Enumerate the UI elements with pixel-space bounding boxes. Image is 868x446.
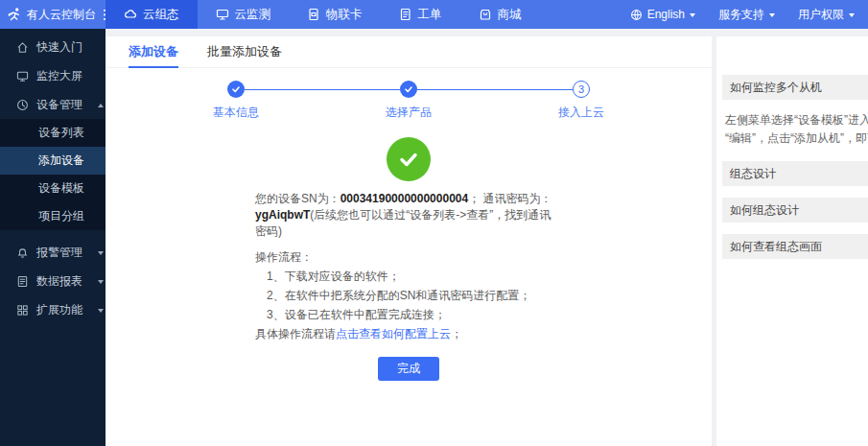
tab-label: 添加设备 (129, 43, 178, 60)
sidebar-item-monitor-screen[interactable]: 监控大屏 (0, 61, 106, 90)
language-label: English (647, 8, 685, 21)
help-item-scada-design[interactable]: 组态设计 (722, 161, 868, 186)
chevron-down-icon (98, 251, 104, 255)
config-guide-link[interactable]: 点击查看如何配置上云 (336, 327, 451, 340)
help-item-how-scada-design[interactable]: 如何组态设计 (722, 198, 868, 223)
help-item-monitor-slaves[interactable]: 如何监控多个从机 (722, 75, 868, 100)
sidebar-item-extensions[interactable]: 扩展功能 (0, 295, 106, 324)
pwd-value: ygAiqbwT (255, 208, 310, 222)
chevron-down-icon (98, 280, 104, 284)
sim-card-icon (307, 8, 320, 21)
step-number: 3 (573, 81, 590, 98)
sidebar-item-label: 扩展功能 (36, 302, 82, 318)
pwd-label: ； 通讯密码为： (468, 192, 551, 205)
grid-apps-icon (16, 304, 29, 317)
chevron-down-icon (98, 309, 104, 313)
user-permission-menu[interactable]: 用户权限 (798, 7, 855, 23)
detail-suffix: ； (451, 327, 462, 340)
home-icon (16, 41, 29, 54)
main-card: 添加设备 批量添加设备 基本信息 (106, 36, 712, 446)
success-check-icon (387, 137, 431, 181)
sidebar-subitem-label: 设备模板 (38, 180, 84, 197)
tab-add-device[interactable]: 添加设备 (129, 36, 178, 67)
sidebar-subitem-label: 项目分组 (38, 208, 84, 224)
store-icon (479, 8, 492, 21)
brand: 有人云控制台 (0, 7, 106, 23)
brand-title: 有人云控制台 (27, 7, 96, 23)
flow-step-2: 2、在软件中把系统分配的SN和通讯密码进行配置； (255, 288, 562, 304)
sidebar-item-label: 报警管理 (36, 245, 82, 261)
top-nav: 云组态 云监测 物联卡 (106, 0, 540, 29)
sidebar-item-data-report[interactable]: 数据报表 (0, 267, 106, 295)
nav-item-iot-card[interactable]: 物联卡 (289, 0, 381, 29)
chevron-up-icon (98, 104, 104, 107)
step-done-icon (400, 81, 417, 98)
sn-label: 您的设备SN为： (255, 192, 340, 205)
step-done-icon (227, 81, 245, 98)
detail-prefix: 具体操作流程请 (255, 327, 336, 340)
sidebar-item-label: 设备管理 (36, 97, 82, 113)
sidebar-subitem-label: 设备列表 (38, 125, 84, 141)
sidebar-subitem-label: 添加设备 (38, 153, 84, 169)
device-management-submenu: 设备列表 添加设备 设备模板 项目分组 (0, 119, 106, 230)
help-item-body: 左侧菜单选择“设备模板”进入设备模板列表，选择“编辑”，点击“添加从机”，即可添… (722, 111, 868, 161)
sidebar-item-alarm-management[interactable]: 报警管理 (0, 238, 106, 267)
detail-line: 具体操作流程请点击查看如何配置上云； (255, 326, 562, 342)
result-block: 您的设备SN为：00034190000000000004； 通讯密码为：ygAi… (255, 191, 562, 342)
chevron-down-icon (849, 13, 855, 17)
sidebar: 快速入门 监控大屏 设备管理 设备列表 添 (0, 29, 106, 446)
nav-item-cloud-monitor[interactable]: 云监测 (198, 0, 290, 29)
nav-item-mall[interactable]: 商城 (460, 0, 540, 29)
nav-label: 云组态 (143, 7, 179, 23)
nav-label: 工单 (418, 7, 442, 23)
flow-step-3: 3、设备已在软件中配置完成连接； (255, 307, 562, 323)
content-area: 添加设备 批量添加设备 基本信息 (106, 29, 868, 446)
sn-line: 您的设备SN为：00034190000000000004； 通讯密码为：ygAi… (255, 191, 562, 240)
support-label: 服务支持 (718, 7, 764, 23)
tab-batch-add-device[interactable]: 批量添加设备 (207, 36, 282, 67)
tab-label: 批量添加设备 (207, 43, 282, 60)
nav-item-cloud-scada[interactable]: 云组态 (106, 0, 198, 29)
sidebar-subitem-project-group[interactable]: 项目分组 (0, 202, 106, 230)
nav-label: 云监测 (235, 7, 271, 23)
sidebar-item-label: 快速入门 (36, 39, 82, 56)
step-basic-info: 基本信息 (150, 81, 322, 121)
cloud-icon (124, 8, 137, 21)
sidebar-subitem-device-list[interactable]: 设备列表 (0, 119, 106, 147)
monitor-icon (216, 8, 229, 21)
language-switcher[interactable]: English (630, 8, 695, 21)
chevron-down-icon (769, 13, 775, 17)
sidebar-item-label: 监控大屏 (36, 68, 82, 84)
tab-bar: 添加设备 批量添加设备 (106, 36, 712, 68)
sidebar-subitem-add-device[interactable]: 添加设备 (0, 147, 106, 175)
top-header: 有人云控制台 云组态 (0, 0, 868, 29)
sidebar-item-quick-start[interactable]: 快速入门 (0, 33, 106, 61)
app-root: 有人云控制台 云组态 (0, 0, 868, 446)
logo-runner-icon (7, 7, 22, 22)
big-screen-icon (16, 70, 29, 82)
nav-item-work-order[interactable]: 工单 (381, 0, 460, 29)
service-support-menu[interactable]: 服务支持 (718, 7, 775, 23)
bell-icon (16, 246, 29, 259)
help-panel: 如何监控多个从机 左侧菜单选择“设备模板”进入设备模板列表，选择“编辑”，点击“… (716, 36, 868, 446)
report-icon (16, 275, 29, 288)
step-label: 选择产品 (322, 105, 495, 121)
work-order-icon (399, 8, 412, 21)
flow-step-1: 1、下载对应设备的软件； (255, 269, 562, 285)
help-item-view-scada-screen[interactable]: 如何查看组态画面 (722, 234, 868, 259)
nav-label: 物联卡 (326, 7, 363, 23)
finish-button[interactable]: 完成 (378, 357, 439, 381)
step-connect-cloud: 3 接入上云 (495, 81, 668, 121)
step-select-product: 选择产品 (322, 81, 495, 121)
chevron-down-icon (690, 13, 695, 17)
sidebar-subitem-device-template[interactable]: 设备模板 (0, 175, 106, 202)
sidebar-item-label: 数据报表 (36, 273, 82, 290)
step-label: 接入上云 (495, 105, 668, 121)
device-gauge-icon (16, 99, 29, 111)
sn-value: 00034190000000000004 (340, 192, 468, 205)
step-label: 基本信息 (150, 105, 322, 121)
account-label: 用户权限 (798, 7, 844, 23)
sidebar-item-device-management[interactable]: 设备管理 (0, 90, 106, 119)
flow-title: 操作流程： (255, 249, 562, 266)
nav-label: 商城 (498, 7, 522, 23)
